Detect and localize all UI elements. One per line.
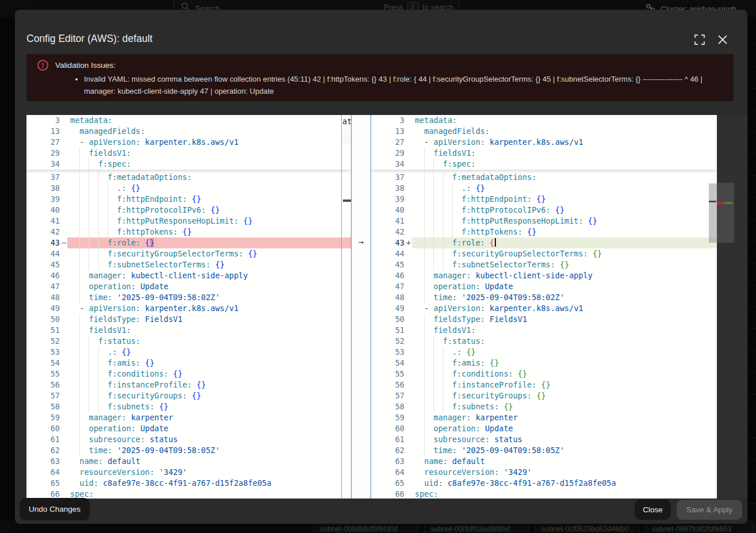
code-line[interactable]: 66spec: xyxy=(371,489,717,499)
code-line[interactable]: 47 operation: Update xyxy=(371,281,717,292)
code-line[interactable]: 39 f:httpEndpoint: {} xyxy=(26,194,351,205)
code-line[interactable]: 56 f:instanceProfile: {} xyxy=(26,379,351,390)
code-line[interactable]: 64 resourceVersion: '3429' xyxy=(371,467,717,478)
code-line[interactable]: 41 f:httpPutResponseHopLimit: {} xyxy=(26,216,351,227)
code-line[interactable]: 55 f:conditions: {} xyxy=(26,369,351,379)
code-line[interactable]: 56 f:instanceProfile: {} xyxy=(371,379,717,390)
code-line[interactable]: 51 fieldsV1: xyxy=(371,325,717,336)
modified-pane[interactable]: 37 f:metadataOptions:38 .: {}39 f:httpEn… xyxy=(371,115,717,499)
code-line[interactable]: 29 fieldsV1: xyxy=(371,148,717,159)
code-text: f:securityGroups: {} xyxy=(415,390,546,401)
code-line[interactable]: 50 fieldsType: FieldsV1 xyxy=(371,314,717,325)
code-line[interactable]: 61 subresource: status xyxy=(371,434,717,445)
code-line[interactable]: 65 uid: c8afe97e-38cc-4f91-a767-d15f2a8f… xyxy=(26,478,351,489)
code-line[interactable]: 50 fieldsType: FieldsV1 xyxy=(26,314,351,325)
line-number: 39 xyxy=(371,194,404,205)
code-text: manager: kubectl-client-side-apply xyxy=(415,270,593,281)
code-line[interactable]: 55 f:conditions: {} xyxy=(371,369,717,379)
original-pane[interactable]: 37 f:metadataOptions:38 .: {}39 f:httpEn… xyxy=(26,115,351,499)
sticky-scroll[interactable]: 3metadata:13 managedFields:27 - apiVersi… xyxy=(371,115,717,170)
revert-arrow-icon[interactable]: → xyxy=(352,237,371,247)
code-line[interactable]: 3metadata: xyxy=(371,115,717,126)
line-number: 41 xyxy=(26,216,60,227)
code-line[interactable]: 54 f:amis: {} xyxy=(26,358,351,369)
text-cursor xyxy=(495,238,496,247)
code-line[interactable]: 47 operation: Update xyxy=(26,281,351,292)
code-line[interactable]: 62 time: '2025-09-04T09:58:05Z' xyxy=(26,445,351,456)
code-line[interactable]: 39 f:httpEndpoint: {} xyxy=(371,194,717,205)
code-text: manager: kubectl-client-side-apply xyxy=(70,270,248,281)
code-line[interactable]: 58 f:subnets: {} xyxy=(26,401,351,412)
code-line[interactable]: 13 managedFields: xyxy=(26,126,351,137)
code-text: f:httpProtocolIPv6: {} xyxy=(415,205,564,216)
code-line[interactable]: 60 operation: Update xyxy=(371,423,717,434)
code-line[interactable]: 57 f:securityGroups: {} xyxy=(371,390,717,401)
code-line[interactable]: 66spec: xyxy=(26,489,351,499)
code-line[interactable]: 49 - apiVersion: karpenter.k8s.aws/v1 xyxy=(26,303,351,314)
code-line[interactable]: 64 resourceVersion: '3429' xyxy=(26,467,351,478)
line-number: 54 xyxy=(371,358,404,369)
close-button[interactable]: Close xyxy=(635,500,671,520)
validation-heading: Validation Issues: xyxy=(55,61,116,70)
code-line[interactable]: 40 f:httpProtocolIPv6: {} xyxy=(371,205,717,216)
code-line[interactable]: 52 f:status: xyxy=(26,336,351,347)
code-line[interactable]: 43+ f:role: { xyxy=(371,237,717,248)
code-line[interactable]: 40 f:httpProtocolIPv6: {} xyxy=(26,205,351,216)
code-line[interactable]: 46 manager: kubectl-client-side-apply xyxy=(26,270,351,281)
save-apply-button[interactable]: Save & Apply xyxy=(677,500,742,520)
code-line[interactable]: 44 f:securityGroupSelectorTerms: {} xyxy=(371,248,717,259)
code-line[interactable]: 51 fieldsV1: xyxy=(26,325,351,336)
code-line[interactable]: 58 f:subnets: {} xyxy=(371,401,717,412)
overview-ruler[interactable] xyxy=(717,115,747,499)
code-text: uid: c8afe97e-38cc-4f91-a767-d15f2a8fe05… xyxy=(70,478,272,489)
code-line[interactable]: 34 f:spec: xyxy=(26,159,351,170)
code-line[interactable]: 49 - apiVersion: karpenter.k8s.aws/v1 xyxy=(371,303,717,314)
code-line[interactable]: 45 f:subnetSelectorTerms: {} xyxy=(26,259,351,270)
code-line[interactable]: 59 manager: karpenter xyxy=(26,412,351,423)
undo-changes-button[interactable]: Undo Changes xyxy=(20,498,90,520)
code-line[interactable]: 27 - apiVersion: karpenter.k8s.aws/v1 xyxy=(26,137,351,148)
code-line[interactable]: 63 name: default xyxy=(26,456,351,467)
code-line[interactable]: 3metadata: xyxy=(26,115,351,126)
code-line[interactable]: 13 managedFields: xyxy=(371,126,717,137)
code-line[interactable]: 53 .: {} xyxy=(26,347,351,358)
fullscreen-icon[interactable] xyxy=(694,34,707,47)
code-line[interactable]: 29 fieldsV1: xyxy=(26,148,351,159)
code-line[interactable]: 63 name: default xyxy=(371,456,717,467)
code-line[interactable]: 37 f:metadataOptions: xyxy=(26,172,351,183)
code-line[interactable]: 44 f:securityGroupSelectorTerms: {} xyxy=(26,248,351,259)
code-line[interactable]: 27 - apiVersion: karpenter.k8s.aws/v1 xyxy=(371,137,717,148)
code-line[interactable]: 48 time: '2025-09-04T09:58:02Z' xyxy=(26,292,351,303)
code-line[interactable]: 60 operation: Update xyxy=(26,423,351,434)
code-text: f:httpEndpoint: {} xyxy=(415,194,546,205)
code-line[interactable]: 43− f:role: {} xyxy=(26,237,351,248)
line-number: 44 xyxy=(371,248,404,259)
line-number: 65 xyxy=(371,478,404,489)
code-line[interactable]: 38 .: {} xyxy=(371,183,717,194)
code-line[interactable]: 41 f:httpPutResponseHopLimit: {} xyxy=(371,216,717,227)
sticky-scroll[interactable]: 3metadata:13 managedFields:27 - apiVersi… xyxy=(26,115,351,170)
code-line[interactable]: 61 subresource: status xyxy=(26,434,351,445)
code-line[interactable]: 59 manager: karpenter xyxy=(371,412,717,423)
code-line[interactable]: 54 f:amis: {} xyxy=(371,358,717,369)
overview-slider[interactable] xyxy=(717,183,734,243)
code-line[interactable]: 62 time: '2025-09-04T09:58:05Z' xyxy=(371,445,717,456)
code-line[interactable]: 42 f:httpTokens: {} xyxy=(371,227,717,237)
line-number: 38 xyxy=(26,183,60,194)
code-line[interactable]: 48 time: '2025-09-04T09:58:02Z' xyxy=(371,292,717,303)
scrollbar-slider[interactable] xyxy=(709,183,717,243)
code-line[interactable]: 52 f:status: xyxy=(371,336,717,347)
code-line[interactable]: 57 f:securityGroups: {} xyxy=(26,390,351,401)
close-icon[interactable] xyxy=(717,34,730,47)
line-number: 49 xyxy=(26,303,60,314)
code-line[interactable]: 46 manager: kubectl-client-side-apply xyxy=(371,270,717,281)
error-icon: ! xyxy=(37,60,48,71)
code-line[interactable]: 34 f:spec: xyxy=(371,159,717,170)
code-line[interactable]: 42 f:httpTokens: {} xyxy=(26,227,351,237)
code-line[interactable]: 38 .: {} xyxy=(26,183,351,194)
code-line[interactable]: 37 f:metadataOptions: xyxy=(371,172,717,183)
code-line[interactable]: 65 uid: c8afe97e-38cc-4f91-a767-d15f2a8f… xyxy=(371,478,717,489)
code-line[interactable]: 53 .: {} xyxy=(371,347,717,358)
line-number: 54 xyxy=(26,358,60,369)
code-line[interactable]: 45 f:subnetSelectorTerms: {} xyxy=(371,259,717,270)
